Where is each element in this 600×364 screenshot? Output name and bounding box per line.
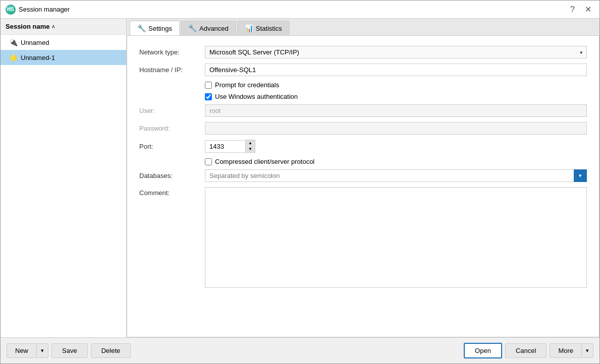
title-bar: HS Session manager ? ✕ bbox=[1, 1, 599, 19]
comment-textarea[interactable] bbox=[205, 187, 587, 288]
bottom-left-buttons: New ▾ Save Delete bbox=[7, 343, 131, 358]
network-type-label: Network type: bbox=[139, 48, 205, 56]
user-label: User: bbox=[139, 107, 205, 114]
prompt-credentials-checkbox[interactable] bbox=[205, 82, 212, 89]
window-title: Session manager bbox=[19, 6, 70, 13]
password-label: Password: bbox=[139, 125, 205, 132]
user-row: User: bbox=[139, 104, 587, 117]
port-row: Port: ▲ ▼ bbox=[139, 140, 587, 153]
advanced-tab-icon: 🔧 bbox=[188, 24, 197, 32]
session-label-unnamed-1: Unnamed-1 bbox=[21, 54, 55, 62]
more-dropdown-button[interactable]: ▾ bbox=[581, 343, 593, 358]
new-button-group: New ▾ bbox=[7, 343, 48, 358]
open-button[interactable]: Open bbox=[464, 343, 502, 358]
tab-bar: 🔧 Settings 🔧 Advanced 📊 Statistics bbox=[127, 19, 599, 36]
title-bar-left: HS Session manager bbox=[6, 5, 70, 15]
prompt-credentials-label[interactable]: Prompt for credentials bbox=[215, 81, 279, 89]
session-icon-unnamed: 🔌 bbox=[9, 38, 18, 47]
statistics-tab-icon: 📊 bbox=[245, 24, 253, 32]
app-icon: HS bbox=[6, 5, 16, 15]
databases-row: Databases: ▾ bbox=[139, 169, 587, 182]
port-wrapper: ▲ ▼ bbox=[205, 140, 255, 153]
compressed-protocol-row: Compressed client/server protocol bbox=[205, 158, 587, 165]
save-button[interactable]: Save bbox=[51, 343, 88, 358]
tab-advanced[interactable]: 🔧 Advanced bbox=[181, 21, 236, 35]
session-manager-window: HS Session manager ? ✕ Session name ∧ 🔌 … bbox=[0, 0, 600, 364]
password-control bbox=[205, 122, 587, 135]
new-dropdown-arrow-icon: ▾ bbox=[41, 347, 44, 354]
hostname-label: Hostname / IP: bbox=[139, 66, 205, 74]
comment-control bbox=[205, 187, 587, 289]
hostname-row: Hostname / IP: bbox=[139, 64, 587, 76]
more-button[interactable]: More bbox=[550, 343, 581, 358]
session-list: 🔌 Unnamed 🌟 Unnamed-1 bbox=[1, 35, 126, 337]
delete-button[interactable]: Delete bbox=[91, 343, 131, 358]
session-header-label: Session name bbox=[6, 23, 49, 30]
windows-auth-checkbox[interactable] bbox=[205, 93, 212, 100]
port-spinner: ▲ ▼ bbox=[245, 140, 255, 153]
network-type-select[interactable]: Microsoft SQL Server (TCP/IP) MySQL (TCP… bbox=[205, 46, 587, 58]
databases-dropdown-button[interactable]: ▾ bbox=[574, 169, 587, 182]
settings-tab-icon: 🔧 bbox=[137, 24, 146, 32]
new-dropdown-button[interactable]: ▾ bbox=[36, 343, 48, 358]
port-input[interactable] bbox=[205, 140, 245, 153]
comment-row: Comment: bbox=[139, 187, 587, 289]
password-input bbox=[205, 122, 587, 135]
compressed-protocol-checkbox[interactable] bbox=[205, 158, 212, 165]
title-bar-controls: ? ✕ bbox=[567, 4, 594, 15]
port-label: Port: bbox=[139, 143, 205, 150]
network-type-select-wrapper: Microsoft SQL Server (TCP/IP) MySQL (TCP… bbox=[205, 46, 587, 58]
comment-label: Comment: bbox=[139, 187, 205, 197]
form-area: Network type: Microsoft SQL Server (TCP/… bbox=[127, 36, 599, 337]
cancel-button[interactable]: Cancel bbox=[505, 343, 547, 358]
more-button-group: More ▾ bbox=[550, 343, 593, 358]
tab-advanced-label: Advanced bbox=[199, 25, 229, 32]
bottom-bar: New ▾ Save Delete Open Cancel More ▾ bbox=[1, 337, 599, 363]
databases-label: Databases: bbox=[139, 172, 205, 179]
session-item-unnamed-1[interactable]: 🌟 Unnamed-1 bbox=[1, 50, 126, 65]
sort-arrow-icon: ∧ bbox=[51, 24, 55, 29]
network-type-row: Network type: Microsoft SQL Server (TCP/… bbox=[139, 46, 587, 58]
port-increment-button[interactable]: ▲ bbox=[246, 140, 255, 146]
hostname-input[interactable] bbox=[205, 64, 587, 76]
user-control bbox=[205, 104, 587, 117]
prompt-credentials-row: Prompt for credentials bbox=[205, 81, 587, 89]
user-input bbox=[205, 104, 587, 117]
compressed-protocol-label[interactable]: Compressed client/server protocol bbox=[215, 158, 314, 165]
hostname-control bbox=[205, 64, 587, 76]
tab-settings[interactable]: 🔧 Settings bbox=[130, 21, 180, 35]
tab-settings-label: Settings bbox=[148, 25, 172, 32]
windows-auth-row: Use Windows authentication bbox=[205, 93, 587, 100]
close-button[interactable]: ✕ bbox=[582, 4, 594, 15]
help-button[interactable]: ? bbox=[567, 4, 578, 15]
databases-input[interactable] bbox=[205, 169, 587, 182]
windows-auth-label[interactable]: Use Windows authentication bbox=[215, 93, 298, 100]
session-label-unnamed: Unnamed bbox=[21, 39, 49, 46]
session-icon-unnamed-1: 🌟 bbox=[9, 53, 18, 62]
databases-wrapper: ▾ bbox=[205, 169, 587, 182]
tab-statistics[interactable]: 📊 Statistics bbox=[237, 21, 290, 35]
password-row: Password: bbox=[139, 122, 587, 135]
tab-statistics-label: Statistics bbox=[256, 25, 282, 32]
new-button[interactable]: New bbox=[7, 343, 36, 358]
bottom-right-buttons: Open Cancel More ▾ bbox=[464, 343, 593, 358]
right-panel: 🔧 Settings 🔧 Advanced 📊 Statistics Netwo… bbox=[127, 19, 599, 337]
session-item-unnamed[interactable]: 🔌 Unnamed bbox=[1, 35, 126, 50]
port-decrement-button[interactable]: ▼ bbox=[246, 146, 255, 152]
more-dropdown-arrow-icon: ▾ bbox=[586, 347, 589, 354]
main-area: Session name ∧ 🔌 Unnamed 🌟 Unnamed-1 🔧 bbox=[1, 19, 599, 337]
left-panel: Session name ∧ 🔌 Unnamed 🌟 Unnamed-1 bbox=[1, 19, 127, 337]
session-header[interactable]: Session name ∧ bbox=[1, 19, 126, 35]
